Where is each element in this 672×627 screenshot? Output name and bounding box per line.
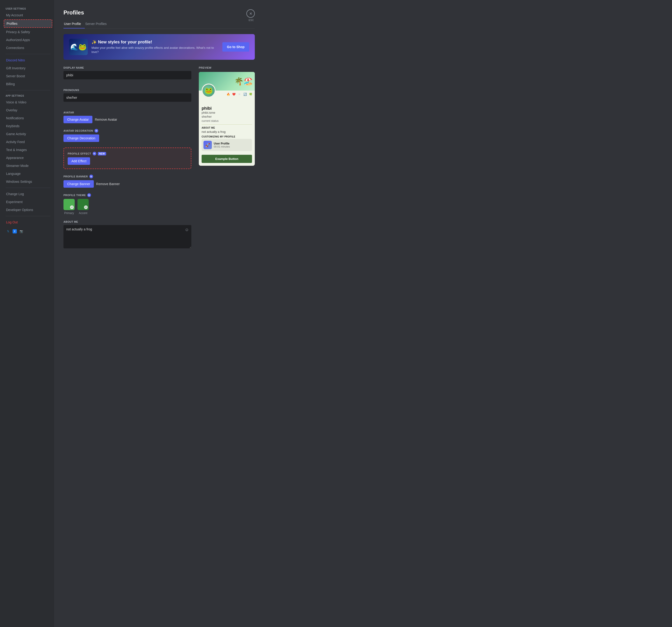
badge-cross: ✖ [237, 92, 242, 97]
sidebar-item-notifications[interactable]: Notifications [4, 114, 52, 122]
promo-text: ✨ New styles for your profile! Make your… [92, 40, 219, 54]
profile-theme-nitro-icon: N [87, 193, 91, 197]
facebook-icon[interactable]: f [13, 229, 17, 233]
sidebar-item-text-images[interactable]: Text & Images [4, 146, 52, 154]
sidebar-item-appearance[interactable]: Appearance [4, 154, 52, 162]
profile-theme-label: PROFILE THEME N [64, 193, 191, 197]
preview-username: phibi [201, 106, 252, 111]
change-decoration-button[interactable]: Change Decoration [64, 135, 99, 142]
preview-customizing: CUSTOMIZING MY PROFILE 🚀 User Profile 00… [201, 135, 252, 151]
preview-example-button[interactable]: Example Button [201, 155, 252, 163]
pronouns-input[interactable] [64, 93, 191, 102]
preview-pronouns: she/her [201, 115, 252, 118]
sidebar-item-discord-nitro[interactable]: Discord Nitro [4, 56, 52, 64]
go-to-shop-button[interactable]: Go to Shop [222, 42, 249, 52]
profile-form: DISPLAY NAME PRONOUNS AVATAR Change Avat… [64, 66, 191, 255]
display-name-group: DISPLAY NAME [64, 66, 191, 84]
nitro-badge-icon: N [95, 129, 98, 133]
sidebar-item-change-log[interactable]: Change Log [4, 190, 52, 198]
instagram-icon[interactable]: 📷 [19, 229, 23, 233]
preview-activity: 🚀 User Profile 00:01 minutes [201, 139, 252, 151]
sidebar-item-windows-settings[interactable]: Windows Settings [4, 178, 52, 185]
sidebar-item-my-account[interactable]: My Account [4, 11, 52, 19]
pronouns-group: PRONOUNS [64, 89, 191, 107]
profile-banner-btn-row: Change Banner Remove Banner [64, 180, 191, 188]
about-me-label: ABOUT ME [64, 220, 191, 223]
avatar-label: AVATAR [64, 111, 191, 114]
sidebar-item-profiles[interactable]: Profiles [4, 19, 52, 28]
profile-theme-section: PROFILE THEME N ↗ Primary ↗ [64, 193, 191, 215]
sidebar-item-logout[interactable]: Log Out [4, 218, 52, 226]
sidebar-item-activity-feed[interactable]: Activity Feed [4, 138, 52, 146]
add-effect-button[interactable]: Add Effect [68, 157, 90, 165]
about-me-textarea[interactable]: not actually a frog [64, 225, 191, 248]
profile-effect-box: PROFILE EFFECT N NEW Add Effect [64, 147, 191, 169]
sidebar-item-keybinds[interactable]: Keybinds [4, 122, 52, 130]
new-badge: NEW [98, 152, 106, 156]
theme-primary-item: ↗ Primary [64, 199, 75, 215]
sidebar-divider-3 [6, 188, 50, 188]
sidebar-item-game-activity[interactable]: Game Activity [4, 130, 52, 138]
preview-status: current status [201, 119, 252, 122]
sidebar-divider-4 [6, 216, 50, 216]
sidebar-item-developer-options[interactable]: Developer Options [4, 206, 52, 214]
avatar-decoration-btn-row: Change Decoration [64, 135, 191, 142]
tabs-bar: User Profile Server Profiles [64, 20, 255, 28]
avatar-btn-row: Change Avatar Remove Avatar [64, 116, 191, 123]
preview-activity-icon: 🚀 [203, 141, 212, 149]
remove-banner-button[interactable]: Remove Banner [96, 182, 120, 186]
display-name-input[interactable] [64, 71, 191, 79]
close-label: ESC [248, 19, 254, 22]
theme-accent-swatch[interactable]: ↗ [77, 199, 89, 210]
preview-avatar: 🐸 [201, 84, 216, 98]
sidebar-item-billing[interactable]: Billing [4, 80, 52, 88]
tab-server-profiles[interactable]: Server Profiles [85, 20, 111, 28]
preview-card: 🌴🏖️ 🐸 🔥 ❤️ ✖ 🔄 [199, 72, 255, 166]
sidebar-item-language[interactable]: Language [4, 170, 52, 178]
page-title: Profiles [64, 9, 255, 16]
primary-edit-icon: ↗ [70, 205, 74, 209]
main-inner: ✕ ESC Profiles User Profile Server Profi… [54, 0, 264, 269]
profile-banner-nitro-icon: N [89, 175, 93, 178]
close-button[interactable]: ✕ [246, 9, 255, 18]
display-name-label: DISPLAY NAME [64, 66, 191, 69]
sidebar-item-streamer-mode[interactable]: Streamer Mode [4, 162, 52, 169]
sidebar-section-user-settings: USER SETTINGS [4, 6, 52, 11]
sidebar-item-server-boost[interactable]: Server Boost [4, 72, 52, 80]
promo-title: ✨ New styles for your profile! [92, 40, 219, 45]
tab-user-profile[interactable]: User Profile [64, 20, 85, 28]
preview-body: phibi phibi.isme she/her current status … [199, 98, 255, 166]
accent-edit-icon: ↗ [84, 205, 88, 209]
promo-banner: 🌊🐸 ✨ New styles for your profile! Make y… [64, 34, 255, 60]
sidebar-item-experiment[interactable]: Experiment [4, 198, 52, 206]
preview-customizing-label: CUSTOMIZING MY PROFILE [201, 135, 252, 138]
badge-heart: ❤️ [232, 92, 236, 97]
emoji-button[interactable]: ☺ [185, 227, 189, 232]
preview-divider [201, 124, 252, 125]
remove-avatar-button[interactable]: Remove Avatar [95, 118, 117, 121]
twitter-icon[interactable]: 𝕏 [6, 229, 10, 233]
avatar-decoration-label: AVATAR DECORATION N [64, 129, 191, 133]
theme-primary-swatch[interactable]: ↗ [64, 199, 75, 210]
avatar-group: AVATAR Change Avatar Remove Avatar [64, 111, 191, 123]
sidebar-item-voice-video[interactable]: Voice & Video [4, 98, 52, 106]
badge-sync: 🔄 [243, 92, 247, 97]
badge-clover: 🍀 [248, 92, 253, 97]
theme-colors: ↗ Primary ↗ Accent [64, 199, 191, 215]
sidebar-item-connections[interactable]: Connections [4, 44, 52, 52]
preview-activity-name: User Profile [214, 142, 230, 145]
profile-banner-group: PROFILE BANNER N Change Banner Remove Ba… [64, 175, 191, 188]
sidebar-divider-1 [6, 54, 50, 54]
sidebar-item-privacy-safety[interactable]: Privacy & Safety [4, 28, 52, 36]
sidebar-item-gift-inventory[interactable]: Gift Inventory [4, 65, 52, 72]
sidebar-item-overlay[interactable]: Overlay [4, 107, 52, 114]
change-banner-button[interactable]: Change Banner [64, 180, 94, 188]
promo-star-icon: ✨ [92, 40, 97, 45]
preview-handle: phibi.isme [201, 111, 252, 114]
sidebar-item-authorized-apps[interactable]: Authorized Apps [4, 36, 52, 44]
preview-avatar-section: 🐸 🔥 ❤️ ✖ 🔄 🍀 [199, 91, 255, 98]
preview-activity-time: 00:01 minutes [214, 145, 230, 148]
profile-effect-nitro-icon: N [93, 152, 96, 156]
change-avatar-button[interactable]: Change Avatar [64, 116, 92, 123]
sidebar-divider-2 [6, 90, 50, 90]
